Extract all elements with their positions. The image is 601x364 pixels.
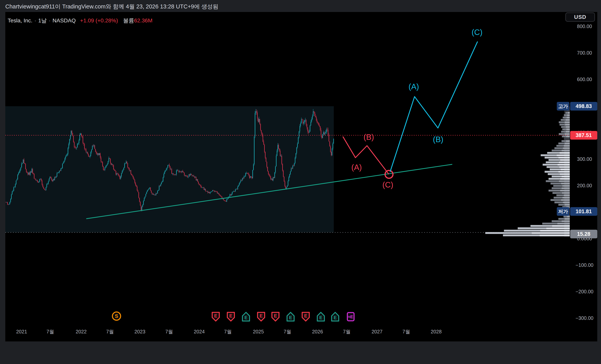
price-tick-300.00: 300.00 <box>577 156 592 162</box>
svg-text:≈E: ≈E <box>348 314 353 319</box>
time-tick-2021: 2021 <box>16 329 27 334</box>
time-tick-2026: 2026 <box>312 329 323 334</box>
svg-text:S: S <box>115 313 118 319</box>
time-tick-7월: 7월 <box>165 328 173 335</box>
svg-text:E: E <box>229 313 232 318</box>
price-tick-−100.00: −100.00 <box>575 262 593 268</box>
price-badge-low: 101.81 <box>570 207 597 216</box>
svg-text:E: E <box>319 315 322 320</box>
earnings-event-icon-down[interactable]: E <box>301 311 310 323</box>
earnings-event-icon-down[interactable]: E <box>271 311 280 323</box>
svg-text:E: E <box>260 313 263 318</box>
price-badge-tag-high: 고가 <box>557 102 569 110</box>
svg-text:E: E <box>334 315 337 320</box>
price-tick-−200.00: −200.00 <box>575 289 593 295</box>
attribution-text: Chartviewingcat911이 TradingView.com와 함께 … <box>5 3 219 10</box>
price-tick-700.00: 700.00 <box>577 50 592 56</box>
interval-label: 1날 <box>38 18 47 24</box>
time-tick-7월: 7월 <box>402 328 410 335</box>
tradingview-snapshot: Chartviewingcat911이 TradingView.com와 함께 … <box>0 0 601 364</box>
price-badge-tag-low: 저가 <box>557 207 569 216</box>
time-tick-2027: 2027 <box>371 329 382 334</box>
svg-text:E: E <box>274 313 277 318</box>
currency-button[interactable]: USD <box>565 13 595 22</box>
cyan-wave-label-B: (B) <box>433 135 443 144</box>
earnings-event-icon-up[interactable]: E <box>331 311 340 323</box>
time-tick-2025: 2025 <box>253 329 264 334</box>
earnings-event-icon-up[interactable]: E <box>286 311 295 323</box>
legend-separator: · <box>47 18 52 24</box>
symbol-name: Tesla, Inc. <box>8 18 32 24</box>
time-tick-2024: 2024 <box>194 329 205 334</box>
time-tick-7월: 7월 <box>343 328 351 335</box>
price-tick-200.00: 200.00 <box>577 183 592 188</box>
cyan-wave-label-A: (A) <box>409 82 419 91</box>
split-event-icon[interactable]: S <box>111 311 122 322</box>
svg-text:E: E <box>214 313 217 318</box>
price-tick-800.00: 800.00 <box>577 24 592 29</box>
time-tick-2023: 2023 <box>134 329 145 334</box>
earnings-event-icon-down[interactable]: E <box>257 311 266 323</box>
red-wave-label-B: (B) <box>363 133 374 142</box>
svg-text:E: E <box>289 315 292 320</box>
earnings-event-icon-up[interactable]: E <box>316 311 325 323</box>
red-wave-label-A: (A) <box>351 163 362 172</box>
earnings-event-icon-down[interactable]: E <box>226 311 235 323</box>
price-tick-600.00: 600.00 <box>577 77 592 82</box>
time-tick-2022: 2022 <box>76 329 87 334</box>
price-tick-−300.00: −300.00 <box>575 315 593 321</box>
legend-separator: · <box>32 18 38 24</box>
price-badge-level: 15.28 <box>570 230 597 238</box>
cyan-wave-label-C: (C) <box>471 28 482 37</box>
svg-text:E: E <box>244 315 248 320</box>
volume-label: 볼륨 <box>118 18 134 24</box>
earnings-event-icon-down[interactable]: E <box>211 311 220 323</box>
symbol-legend[interactable]: Tesla, Inc.·1날·NASDAQ+1.09 (+0.28%)볼륨62.… <box>8 17 152 24</box>
exchange-label: NASDAQ <box>52 18 76 24</box>
time-tick-7월: 7월 <box>224 328 232 335</box>
volume-value: 62.36M <box>134 18 152 24</box>
earnings-event-icon-up[interactable]: E <box>241 311 250 323</box>
time-tick-7월: 7월 <box>284 328 291 335</box>
price-badge-last: 387.51 <box>570 131 597 140</box>
svg-text:E: E <box>304 313 307 318</box>
attribution-bar: Chartviewingcat911이 TradingView.com와 함께 … <box>0 0 601 12</box>
earnings-event-icon-future[interactable]: ≈E <box>346 311 355 323</box>
footer-bar: TradingView <box>0 341 601 364</box>
time-tick-2028: 2028 <box>431 329 442 334</box>
chart-card[interactable] <box>5 12 597 341</box>
time-tick-7월: 7월 <box>47 328 54 335</box>
time-tick-7월: 7월 <box>106 328 114 335</box>
price-badge-high: 498.83 <box>570 102 597 110</box>
red-wave-label-C: (C) <box>382 180 393 189</box>
change-value: +1.09 (+0.28%) <box>76 18 118 24</box>
